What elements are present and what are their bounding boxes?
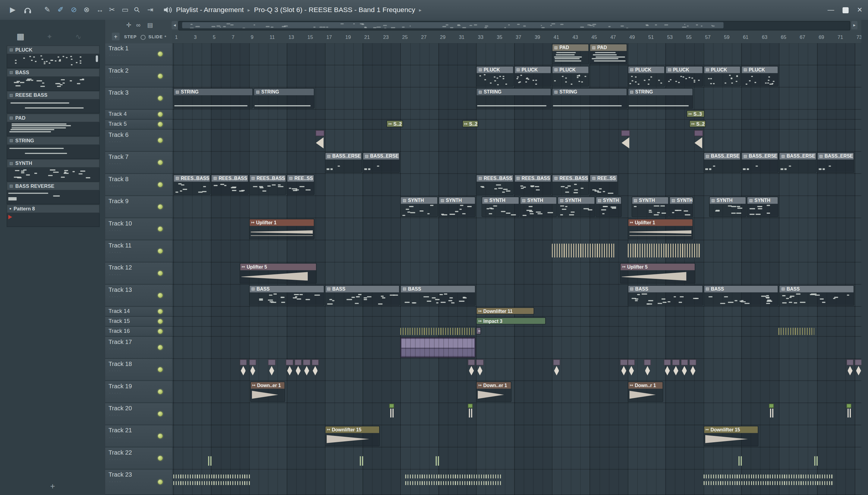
clip-pad[interactable]: ▤PAD — [552, 44, 589, 64]
clip-dhit[interactable] — [846, 359, 854, 380]
track-header-track-8[interactable]: Track 8····· — [105, 174, 172, 196]
track-activity-led[interactable] — [158, 480, 163, 485]
clip-down-r-1[interactable]: ↦Down..r 1 — [627, 382, 663, 402]
clip-rees-bass[interactable]: ▤REES..BASS — [552, 174, 589, 195]
track-activity-led[interactable] — [158, 293, 163, 298]
clip-synth[interactable]: ▤SYNTH — [709, 197, 747, 217]
clip-vhit[interactable] — [768, 404, 774, 424]
playback-icon[interactable]: ⇥ — [147, 5, 153, 14]
clip-impact-3[interactable]: ↦Impact 3 — [476, 317, 546, 324]
clip-dhit[interactable] — [476, 359, 484, 380]
track-header-track-9[interactable]: Track 9····· — [105, 196, 172, 218]
clip-synth[interactable]: ▤SYNTH — [595, 197, 622, 217]
track-activity-led[interactable] — [158, 138, 163, 143]
pattern-item-bass[interactable]: ▤BASS — [7, 68, 100, 90]
clip-dhit[interactable] — [689, 359, 697, 380]
headphones-icon[interactable] — [23, 5, 32, 14]
pattern-item-bass-reverse[interactable]: ▤BASS REVERSE — [7, 182, 100, 204]
clip-down-er-1[interactable]: ↦Down..er 1 — [250, 382, 285, 402]
clip-dhit[interactable] — [240, 359, 247, 380]
track-activity-led[interactable] — [158, 160, 163, 165]
star-icon[interactable]: ✦ — [47, 33, 52, 41]
clip-dhit[interactable] — [468, 359, 475, 380]
clip-synth[interactable]: ▤SYNTH — [670, 197, 694, 217]
clip-dhit[interactable] — [672, 359, 680, 380]
clip-dhit[interactable] — [294, 359, 302, 380]
track-activity-led[interactable] — [158, 411, 163, 416]
track-header-track-11[interactable]: Track 11····· — [105, 240, 172, 262]
clip-dhit[interactable] — [644, 359, 651, 380]
clip-uplifter-1[interactable]: ↦Uplifter 1 — [627, 219, 693, 239]
track-activity-led[interactable] — [158, 52, 163, 57]
clip-bcomb[interactable] — [173, 470, 250, 494]
track-header-track-1[interactable]: Track 1····· — [105, 43, 172, 65]
clip-dhit[interactable] — [855, 359, 861, 380]
clip-synth[interactable]: ▤SYNTH — [438, 197, 475, 217]
clip-pluck[interactable]: ▤PLUCK — [704, 66, 741, 86]
options-dot[interactable]: • — [164, 33, 167, 39]
clip-ahdr[interactable]: ↦ — [476, 327, 481, 335]
clip-block[interactable] — [401, 337, 475, 358]
overview-scrollbar[interactable] — [178, 21, 850, 31]
close-button[interactable]: ✕ — [857, 6, 862, 14]
pattern-item-string[interactable]: ▤STRING — [7, 136, 100, 158]
mute-icon[interactable]: ⊗ — [84, 5, 89, 14]
clip-string[interactable]: ▤STRING — [173, 88, 253, 108]
clip-vhit[interactable] — [468, 404, 473, 424]
scroll-left-button[interactable]: ◂ — [172, 21, 177, 30]
add-track-button[interactable]: + — [112, 33, 120, 40]
clip-bass-erse[interactable]: ▤BASS..ERSE — [817, 152, 854, 173]
pattern-item-synth[interactable]: ▤SYNTH — [7, 159, 100, 181]
audio-wave-icon[interactable]: ∿ — [75, 33, 81, 41]
clip-comb[interactable] — [401, 328, 475, 335]
clip-bass-erse[interactable]: ▤BASS..ERSE — [363, 152, 400, 173]
track-activity-led[interactable] — [158, 329, 163, 334]
track-activity-led[interactable] — [158, 112, 163, 117]
clip-downlifter-15[interactable]: ↦Downlifter 15 — [704, 426, 759, 446]
pattern-item-reese-bass[interactable]: ▤REESE BASS — [7, 91, 100, 113]
clip-vhit[interactable] — [846, 404, 851, 424]
crosshair-icon[interactable]: ✛ — [126, 22, 132, 29]
clip-s-2[interactable]: ↦S..2 — [462, 120, 479, 127]
track-activity-led[interactable] — [158, 226, 163, 232]
track-activity-led[interactable] — [158, 204, 163, 209]
clip-synth[interactable]: ▤SYNTH — [482, 197, 519, 217]
pencil-icon[interactable]: ✎ — [44, 5, 50, 14]
clip-s-3[interactable]: ↦S..3 — [686, 110, 705, 118]
clip-rev[interactable] — [694, 130, 703, 151]
clip-bcomb[interactable] — [704, 470, 834, 494]
track-activity-led[interactable] — [158, 345, 163, 350]
clip-rees-bass[interactable]: ▤REES..BASS — [514, 174, 552, 195]
track-header-track-6[interactable]: Track 6····· — [105, 130, 172, 152]
track-header-track-13[interactable]: Track 13····· — [105, 285, 172, 307]
clip-downlifter-11[interactable]: ↦Downlifter 11 — [476, 307, 534, 314]
clip-ree-ss[interactable]: ▤REE..SS — [590, 174, 618, 195]
track-header-track-18[interactable]: Track 18····· — [105, 359, 172, 381]
track-activity-led[interactable] — [158, 96, 163, 101]
clip-dhit[interactable] — [627, 359, 635, 380]
clip-dhit[interactable] — [303, 359, 310, 380]
overview-scrollbar-thumb[interactable] — [182, 22, 723, 28]
clip-stem[interactable] — [435, 448, 438, 468]
clip-dhit[interactable] — [620, 359, 627, 380]
clip-pad[interactable]: ▤PAD — [590, 44, 627, 64]
clip-string[interactable]: ▤STRING — [476, 88, 551, 108]
maximize-button[interactable] — [843, 7, 848, 13]
pattern-item-pad[interactable]: ▤PAD — [7, 114, 100, 136]
marquee-select-icon[interactable]: ▭ — [122, 5, 129, 14]
clip-stem[interactable] — [360, 448, 363, 468]
track-header-track-23[interactable]: Track 23····· — [105, 470, 172, 495]
clip-stem[interactable] — [739, 448, 741, 468]
clip-stem[interactable] — [208, 448, 211, 468]
track-header-track-21[interactable]: Track 21····· — [105, 425, 172, 447]
track-activity-led[interactable] — [158, 367, 163, 372]
clip-pluck[interactable]: ▤PLUCK — [552, 66, 589, 86]
clip-pluck[interactable]: ▤PLUCK — [665, 66, 703, 86]
layout-icon[interactable]: ▤ — [147, 22, 153, 29]
play-icon[interactable]: ▶ — [10, 5, 15, 14]
clip-dhit[interactable] — [249, 359, 257, 380]
track-header-track-16[interactable]: Track 16 — [105, 327, 172, 337]
clip-bass-erse[interactable]: ▤BASS..ERSE — [325, 152, 362, 173]
minimize-button[interactable]: — — [828, 6, 834, 14]
clip-synth[interactable]: ▤SYNTH — [747, 197, 779, 217]
